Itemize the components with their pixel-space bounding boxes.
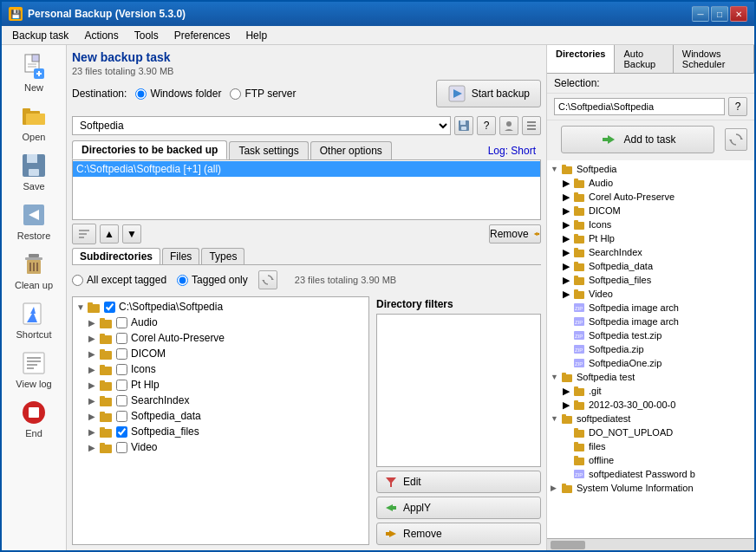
right-tree-item[interactable]: ▼ Softpedia test (549, 370, 753, 384)
directory-item[interactable]: C:\Softpedia\Softpedia [+1] (all) (73, 161, 540, 177)
right-tree-item[interactable]: ▶ 2012-03-30_00-00-0 (549, 398, 753, 412)
add-to-task-button[interactable]: Add to task (561, 126, 714, 153)
tree-checkbox[interactable] (116, 317, 127, 328)
subtab-types[interactable]: Types (201, 248, 244, 264)
tree-checkbox[interactable] (116, 333, 127, 344)
all-except-tagged-radio[interactable] (72, 275, 83, 286)
tab-directories[interactable]: Directories to be backed up (72, 140, 227, 159)
right-directory-tree[interactable]: ▼ Softpedia ▶ Audio ▶ Corel Auto-Preserv… (547, 160, 754, 538)
right-tree-item[interactable]: ZIP Softpedia image arch (549, 301, 753, 315)
subtab-subdirectories[interactable]: Subdirectories (72, 248, 160, 264)
right-tree-item[interactable]: ZIP Softpedia.zip (549, 342, 753, 356)
right-tree-item[interactable]: ▶ Softpedia_data (549, 259, 753, 273)
menu-preferences[interactable]: Preferences (167, 28, 238, 43)
question-button[interactable]: ? (477, 116, 496, 135)
tree-checkbox[interactable] (116, 411, 127, 422)
tree-checkbox[interactable] (116, 426, 127, 438)
sort-button[interactable] (72, 224, 96, 244)
tree-item[interactable]: ▶ Video (75, 439, 367, 455)
sidebar-item-end[interactable]: End (8, 394, 60, 442)
right-tree-item[interactable]: ▼ softpediatest (549, 412, 753, 425)
right-tree-item[interactable]: ▶ SearchIndex (549, 245, 753, 259)
menu-tools[interactable]: Tools (127, 28, 166, 43)
tab-task-settings[interactable]: Task settings (229, 141, 308, 159)
right-tree-item[interactable]: ▶ System Volume Information (549, 481, 753, 495)
right-tree-item[interactable]: ZIP SoftpediaOne.zip (549, 356, 753, 370)
right-tree-item[interactable]: ▶ Pt Hlp (549, 231, 753, 245)
right-tree-item[interactable]: DO_NOT_UPLOAD (549, 425, 753, 439)
right-tree-item[interactable]: files (549, 439, 753, 453)
right-tree-item[interactable]: ▶ DICOM (549, 204, 753, 218)
selection-input[interactable] (554, 98, 725, 115)
refresh-right-button[interactable] (725, 128, 747, 151)
right-tree-item[interactable]: ▶ Video (549, 287, 753, 301)
question-icon-button[interactable]: ? (728, 97, 747, 116)
right-tree-item[interactable]: ▼ Softpedia (549, 162, 753, 176)
right-tab-directories[interactable]: Directories (547, 45, 615, 73)
right-tree-item[interactable]: ▶ Icons (549, 218, 753, 231)
right-tree-item[interactable]: offline (549, 453, 753, 467)
windows-folder-radio[interactable] (135, 88, 147, 100)
remove-filter-button[interactable]: Remove (376, 523, 541, 545)
settings-button[interactable] (522, 116, 541, 135)
tree-checkbox[interactable] (116, 442, 127, 453)
profile-dropdown[interactable]: Softpedia (72, 116, 451, 135)
tagged-only-radio[interactable] (177, 275, 188, 286)
right-tree-item[interactable]: ZIP Softpedia test.zip (549, 328, 753, 342)
windows-folder-option[interactable]: Windows folder (135, 88, 221, 100)
right-tree-item[interactable]: ▶ Corel Auto-Preserve (549, 190, 753, 204)
right-tree-item[interactable]: ▶ .git (549, 384, 753, 398)
right-tree-item[interactable]: ZIP softpediatest Password b (549, 467, 753, 481)
tree-item[interactable]: ▶ Pt Hlp (75, 377, 367, 393)
tree-item[interactable]: ▶ Audio (75, 315, 367, 330)
minimize-button[interactable]: ─ (692, 6, 709, 22)
tree-checkbox[interactable] (116, 380, 127, 391)
move-up-button[interactable]: ▲ (100, 224, 119, 244)
apply-filter-button[interactable]: ApplY (376, 497, 541, 519)
tree-item[interactable]: ▼ C:\Softpedia\Softpedia (75, 299, 367, 315)
all-except-tagged-option[interactable]: All except tagged (72, 274, 166, 286)
tree-item[interactable]: ▶ Softpedia_files (75, 424, 367, 439)
tree-checkbox[interactable] (116, 395, 127, 406)
edit-filter-button[interactable]: Edit (376, 471, 541, 493)
start-backup-button[interactable]: Start backup (436, 80, 541, 107)
menu-help[interactable]: Help (238, 28, 274, 43)
sidebar-item-shortcut[interactable]: Shortcut (8, 295, 60, 343)
tree-item[interactable]: ▶ DICOM (75, 346, 367, 361)
sidebar-item-open[interactable]: Open (8, 98, 60, 146)
sidebar-item-new[interactable]: New (8, 49, 60, 96)
right-tab-autobackup[interactable]: Auto Backup (615, 45, 673, 73)
right-tab-scheduler[interactable]: Windows Scheduler (674, 45, 754, 73)
tree-item[interactable]: ▶ Corel Auto-Preserve (75, 330, 367, 346)
refresh-button[interactable] (258, 270, 277, 289)
move-down-button[interactable]: ▼ (122, 224, 141, 244)
disk-button[interactable] (454, 116, 473, 135)
right-tree-item[interactable]: ▶ Audio (549, 176, 753, 190)
menu-actions[interactable]: Actions (77, 28, 125, 43)
tree-item[interactable]: ▶ Softpedia_data (75, 408, 367, 424)
tree-checkbox[interactable] (116, 348, 127, 360)
maximize-button[interactable]: □ (711, 6, 728, 22)
tree-checkbox-root[interactable] (104, 302, 115, 313)
right-tree-item[interactable]: ZIP Softpedia image arch (549, 315, 753, 328)
log-link[interactable]: Log: Short (483, 142, 541, 159)
user-button[interactable] (499, 116, 518, 135)
file-tree[interactable]: ▼ C:\Softpedia\Softpedia ▶ Audio ▶ (72, 296, 369, 545)
remove-button[interactable]: Remove (489, 224, 541, 244)
right-tree-scrollbar[interactable] (547, 538, 754, 550)
tagged-only-option[interactable]: Tagged only (177, 274, 248, 286)
sidebar-item-restore[interactable]: Restore (8, 197, 60, 244)
tab-other-options[interactable]: Other options (310, 141, 392, 159)
right-tree-item[interactable]: ▶ Softpedia_files (549, 273, 753, 287)
sidebar-item-viewlog[interactable]: View log (8, 345, 60, 393)
tree-checkbox[interactable] (116, 364, 127, 375)
ftp-server-radio[interactable] (230, 88, 241, 100)
menu-backup-task[interactable]: Backup task (5, 28, 75, 43)
tree-item[interactable]: ▶ SearchIndex (75, 393, 367, 408)
close-button[interactable]: ✕ (730, 6, 747, 22)
sidebar-item-cleanup[interactable]: Clean up (8, 246, 60, 294)
sidebar-item-save[interactable]: Save (8, 147, 60, 195)
ftp-server-option[interactable]: FTP server (230, 88, 296, 100)
tree-item[interactable]: ▶ Icons (75, 361, 367, 377)
subtab-files[interactable]: Files (162, 248, 199, 264)
